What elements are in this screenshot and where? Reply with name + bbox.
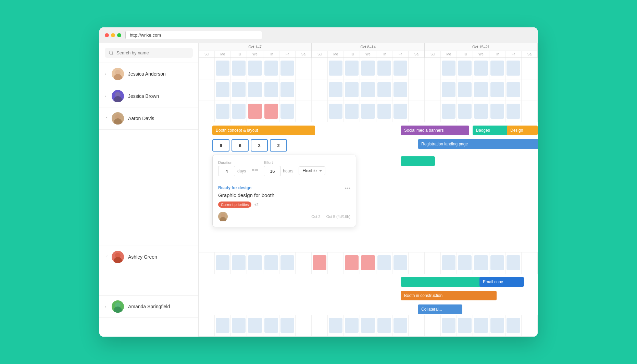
row-aaron-davis: Booth concept & layout	[199, 101, 538, 252]
day-su2: Su	[312, 51, 328, 57]
cell	[279, 58, 296, 79]
cell	[247, 252, 263, 274]
cell	[409, 58, 425, 79]
person-name-ashley-green: Ashley Green	[128, 254, 157, 260]
cell	[215, 315, 231, 336]
week-days-oct8: Su Mo Tu We Th Fr Sa	[312, 51, 424, 57]
svg-line-1	[112, 54, 113, 55]
week-label-oct15: Oct 15–21	[425, 43, 537, 51]
day-th3: Th	[489, 51, 505, 57]
cell	[425, 79, 441, 101]
close-button[interactable]	[105, 33, 109, 37]
week-header-oct15: Oct 15–21 Su Mo Tu We Th Fr Sa	[425, 43, 538, 57]
day-input-4[interactable]	[270, 139, 287, 152]
duration-unit: days	[237, 169, 246, 173]
task-date: Oct 2 — Oct 5 (4d/16h)	[311, 214, 350, 219]
duration-effort-panel: Duration days	[212, 155, 356, 227]
cell	[376, 58, 392, 79]
day-mo2: Mo	[328, 51, 344, 57]
browser-chrome: http://wrike.com	[99, 27, 538, 43]
gantt-bar-social-media[interactable]: Social media banners	[401, 126, 469, 135]
cell	[328, 101, 344, 122]
cell	[505, 79, 522, 101]
gantt-bar-email-copy[interactable]: Email copy	[479, 277, 524, 287]
gantt-bar-registration[interactable]: Registration landing page	[418, 139, 538, 149]
flexibility-select[interactable]: Flexible Fixed ASAP	[299, 166, 325, 175]
cell	[263, 79, 279, 101]
cell	[199, 58, 215, 79]
browser-window: http://wrike.com ›	[99, 27, 538, 337]
gantt-bar-booth-concept[interactable]: Booth concept & layout	[212, 126, 315, 135]
cell	[392, 58, 409, 79]
row-cells	[199, 315, 538, 336]
main-content: Oct 1–7 Su Mo Tu We Th Fr Sa Oct 8–14	[199, 43, 538, 337]
maximize-button[interactable]	[117, 33, 121, 37]
cell	[376, 101, 392, 122]
cell	[522, 101, 538, 122]
day-input-2[interactable]	[232, 139, 249, 152]
cell	[360, 252, 376, 274]
task-title: Graphic design for booth	[218, 192, 274, 198]
sidebar-item-jessica-brown[interactable]: › Jessica Brown	[99, 85, 198, 107]
sidebar-item-aaron-davis[interactable]: › Aaron Davis	[99, 107, 198, 130]
chevron-right-icon: ›	[105, 72, 108, 76]
cell	[473, 101, 489, 122]
gantt-bar-booth-construction[interactable]: Booth in construction	[401, 291, 497, 300]
cell	[312, 58, 328, 79]
calendar-body: Booth concept & layout	[199, 58, 538, 337]
svg-point-5	[114, 96, 122, 102]
task-avatar	[218, 212, 228, 221]
day-we2: We	[360, 51, 376, 57]
cell	[473, 315, 489, 336]
cell	[409, 252, 425, 274]
person-name-aaron-davis: Aaron Davis	[128, 116, 154, 121]
svg-point-3	[114, 74, 122, 80]
cell	[505, 58, 522, 79]
sidebar-item-amanda-springfield[interactable]: › Amanda Springfield	[99, 296, 198, 318]
cell	[489, 101, 505, 122]
cell	[409, 315, 425, 336]
app-container: › Jessica Anderson › Jessica Brown ›	[99, 43, 538, 337]
cell	[263, 252, 279, 274]
day-input-3[interactable]	[251, 139, 268, 152]
day-su3: Su	[425, 51, 441, 57]
minimize-button[interactable]	[111, 33, 115, 37]
cell	[344, 315, 360, 336]
sidebar-item-ashley-green[interactable]: › Ashley Green	[99, 246, 198, 268]
aaron-cells	[199, 101, 538, 122]
tag-current-priorities[interactable]: Current priorities	[218, 202, 251, 208]
cell	[247, 79, 263, 101]
cell	[441, 101, 457, 122]
cell	[344, 252, 360, 274]
search-container	[99, 43, 198, 63]
sidebar-item-jessica-anderson[interactable]: › Jessica Anderson	[99, 63, 198, 85]
cell	[279, 315, 296, 336]
row-cells	[199, 79, 538, 101]
avatar-jessica-brown	[112, 90, 124, 102]
day-th2: Th	[376, 51, 392, 57]
day-sa2: Sa	[409, 51, 424, 57]
duration-input[interactable]	[218, 166, 235, 176]
cell	[215, 252, 231, 274]
search-input-wrap[interactable]	[105, 48, 193, 58]
day-fr: Fr	[279, 51, 296, 57]
cell	[473, 79, 489, 101]
cell	[328, 58, 344, 79]
gantt-bar-design[interactable]: Design	[507, 126, 538, 135]
cell	[425, 315, 441, 336]
link-icon[interactable]	[251, 167, 258, 175]
row-jessica-brown	[199, 79, 538, 101]
svg-point-9	[114, 257, 122, 263]
fields-row: Duration days	[218, 160, 350, 176]
cell	[376, 79, 392, 101]
gantt-bar-collateral[interactable]: Collateral...	[418, 304, 462, 314]
cell	[199, 315, 215, 336]
day-tu2: Tu	[344, 51, 360, 57]
dots-menu-icon[interactable]: •••	[345, 185, 350, 192]
day-input-1[interactable]	[212, 139, 229, 152]
address-bar[interactable]: http://wrike.com	[125, 31, 262, 39]
effort-input[interactable]	[264, 166, 281, 176]
teal-bar-short	[401, 156, 435, 166]
svg-point-11	[114, 307, 122, 313]
search-input[interactable]	[116, 50, 189, 55]
